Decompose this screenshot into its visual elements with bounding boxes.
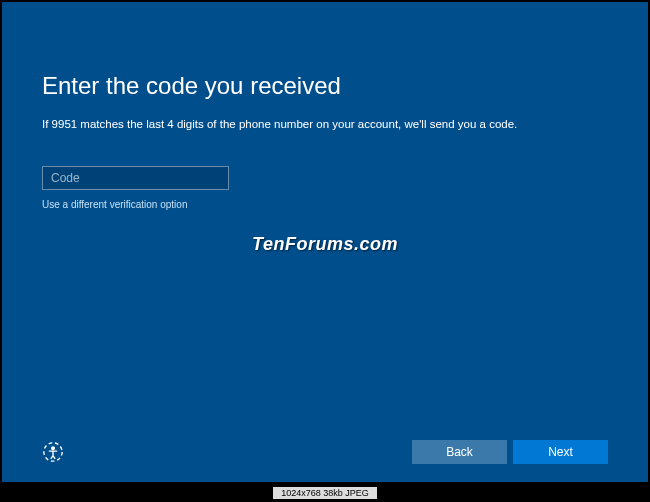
code-input[interactable] bbox=[42, 166, 229, 190]
watermark-text: TenForums.com bbox=[252, 234, 398, 255]
instruction-text: If 9951 matches the last 4 digits of the… bbox=[42, 118, 608, 130]
footer-bar: Back Next bbox=[42, 440, 608, 464]
button-row: Back Next bbox=[412, 440, 608, 464]
next-button[interactable]: Next bbox=[513, 440, 608, 464]
image-meta-bar: 1024x768 38kb JPEG bbox=[0, 484, 650, 502]
alt-verification-link[interactable]: Use a different verification option bbox=[42, 199, 608, 210]
image-meta-text: 1024x768 38kb JPEG bbox=[273, 487, 377, 499]
accessibility-icon[interactable] bbox=[42, 441, 64, 463]
page-title: Enter the code you received bbox=[42, 72, 608, 100]
back-button[interactable]: Back bbox=[412, 440, 507, 464]
setup-screen: Enter the code you received If 9951 matc… bbox=[2, 2, 648, 482]
svg-point-1 bbox=[52, 447, 55, 450]
